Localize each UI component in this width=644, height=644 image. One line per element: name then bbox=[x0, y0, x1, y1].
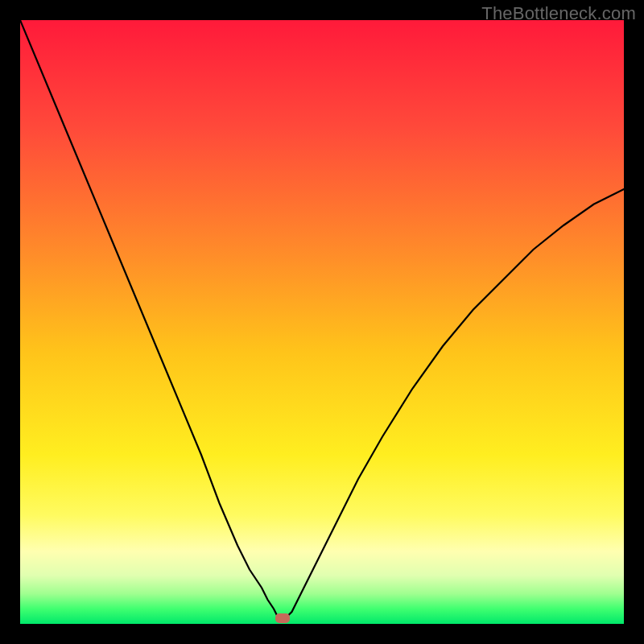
gradient-background bbox=[20, 20, 624, 624]
min-marker bbox=[275, 613, 290, 623]
chart-svg bbox=[20, 20, 624, 624]
watermark-text: TheBottleneck.com bbox=[481, 3, 636, 24]
chart-frame: TheBottleneck.com bbox=[0, 0, 644, 644]
plot-area bbox=[20, 20, 624, 624]
